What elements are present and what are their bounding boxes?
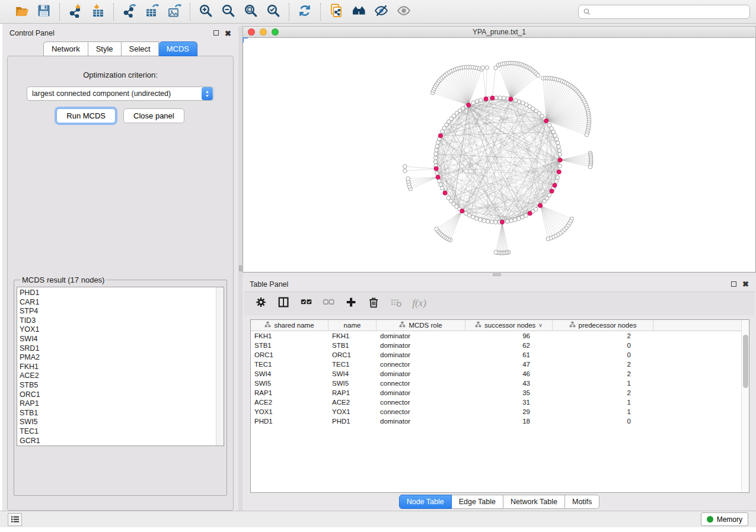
network-node[interactable] [558, 152, 562, 156]
cell-predecessor-nodes[interactable]: 2 [553, 361, 653, 368]
cell-MCDS-role[interactable]: dominator [377, 351, 465, 358]
cell-successor-nodes[interactable]: 47 [465, 361, 553, 368]
export-image-button[interactable] [164, 3, 184, 21]
mcds-result-item[interactable]: ORC1 [20, 390, 216, 400]
tab-select[interactable]: Select [122, 41, 159, 56]
search-input[interactable] [594, 8, 745, 16]
cell-shared-name[interactable]: SWI4 [251, 370, 328, 377]
mcds-result-item[interactable]: GCR1 [20, 437, 216, 446]
mcds-result-item[interactable]: ACE2 [20, 371, 216, 381]
delete-column-button[interactable] [365, 294, 384, 313]
cell-shared-name[interactable]: ORC1 [251, 351, 328, 358]
mcds-result-item[interactable]: SRD1 [20, 344, 216, 354]
hide-selected-button[interactable] [371, 3, 391, 21]
network-node[interactable] [433, 160, 438, 164]
tab-network-table[interactable]: Network Table [503, 495, 565, 509]
cell-name[interactable]: PHD1 [328, 418, 377, 425]
cell-successor-nodes[interactable]: 35 [465, 389, 553, 396]
show-all-button[interactable] [394, 3, 414, 21]
network-node[interactable] [482, 219, 486, 223]
close-panel-icon[interactable]: ✖ [742, 280, 749, 288]
cell-name[interactable]: RAP1 [328, 389, 377, 396]
mcds-result-item[interactable]: STB1 [20, 409, 216, 418]
cell-shared-name[interactable]: FKH1 [251, 332, 328, 339]
mcds-hub-node[interactable] [436, 175, 440, 179]
column-header-predecessor-nodes[interactable]: predecessor nodes [553, 320, 653, 331]
cell-MCDS-role[interactable]: connector [377, 399, 465, 406]
cell-MCDS-role[interactable]: dominator [377, 342, 465, 349]
network-node[interactable] [434, 152, 438, 156]
table-row[interactable]: SWI5SWI5connector431 [251, 379, 741, 388]
cell-MCDS-role[interactable]: connector [377, 408, 465, 415]
network-node[interactable] [433, 156, 438, 160]
network-node[interactable] [439, 182, 443, 187]
cell-shared-name[interactable]: TEC1 [251, 361, 328, 368]
network-node[interactable] [557, 149, 562, 153]
cell-MCDS-role[interactable]: dominator [377, 389, 465, 396]
mcds-hub-node[interactable] [538, 203, 543, 207]
table-row[interactable]: RAP1RAP1dominator352 [251, 388, 741, 398]
cell-MCDS-role[interactable]: connector [377, 361, 465, 368]
memory-button[interactable]: Memory [701, 512, 748, 526]
network-node[interactable] [471, 215, 475, 219]
mcds-result-list[interactable]: PHD1CAR1STP4TID3YOX1SWI4SRD1PMA2FKH1ACE2… [17, 287, 224, 446]
cell-predecessor-nodes[interactable]: 1 [553, 380, 653, 387]
mcds-hub-node[interactable] [544, 118, 548, 123]
network-node[interactable] [513, 218, 517, 222]
network-node[interactable] [517, 100, 521, 104]
select-all-button[interactable] [297, 294, 316, 313]
cell-name[interactable]: TEC1 [328, 361, 377, 368]
network-node[interactable] [521, 215, 525, 219]
mcds-result-item[interactable]: PMA2 [20, 353, 216, 363]
close-panel-button[interactable]: Close panel [123, 108, 184, 123]
network-node[interactable] [588, 165, 592, 169]
horizontal-splitter[interactable] [243, 273, 756, 277]
mcds-hub-node[interactable] [557, 170, 561, 174]
first-neighbors-button[interactable] [349, 3, 369, 21]
network-node[interactable] [435, 171, 439, 175]
save-session-button[interactable] [34, 3, 54, 21]
close-panel-icon[interactable]: ✖ [225, 30, 231, 37]
cell-predecessor-nodes[interactable]: 0 [553, 351, 653, 358]
column-header-MCDS-role[interactable]: MCDS role [377, 320, 465, 331]
cell-successor-nodes[interactable]: 62 [465, 342, 553, 349]
network-node[interactable] [551, 130, 556, 134]
network-node[interactable] [436, 140, 441, 145]
network-node[interactable] [446, 196, 451, 200]
network-node[interactable] [585, 133, 589, 137]
network-node[interactable] [474, 216, 479, 220]
cell-predecessor-nodes[interactable]: 1 [553, 408, 653, 415]
network-node[interactable] [403, 165, 407, 169]
cell-name[interactable]: YOX1 [328, 408, 377, 415]
cell-name[interactable]: SWI5 [328, 380, 377, 387]
cell-MCDS-role[interactable]: dominator [377, 332, 465, 339]
network-node[interactable] [553, 133, 557, 137]
cell-shared-name[interactable]: YOX1 [251, 408, 328, 415]
mcds-hub-node[interactable] [484, 97, 488, 101]
network-canvas[interactable] [243, 38, 756, 273]
show-columns-button[interactable] [275, 294, 294, 313]
cell-successor-nodes[interactable]: 29 [465, 408, 553, 415]
network-node[interactable] [494, 251, 498, 255]
vertical-splitter[interactable] [238, 26, 243, 511]
table-row[interactable]: ORC1ORC1dominator610 [251, 350, 741, 360]
table-row[interactable]: TEC1TEC1connector472 [251, 360, 741, 369]
tab-edge-table[interactable]: Edge Table [452, 495, 503, 509]
network-node[interactable] [556, 141, 560, 145]
network-node[interactable] [543, 200, 547, 204]
table-row[interactable]: FKH1FKH1dominator962 [251, 331, 741, 341]
mcds-result-item[interactable]: TEC1 [20, 427, 216, 437]
add-column-button[interactable] [342, 294, 361, 313]
network-node[interactable] [406, 177, 410, 181]
zoom-in-button[interactable] [196, 3, 216, 21]
mcds-result-item[interactable]: YOX1 [20, 325, 216, 335]
cell-name[interactable]: SWI4 [328, 370, 377, 377]
search-box[interactable] [578, 5, 750, 19]
open-file-button[interactable] [11, 3, 31, 21]
cell-predecessor-nodes[interactable]: 2 [553, 332, 653, 339]
mcds-hub-node[interactable] [434, 166, 438, 171]
network-node[interactable] [502, 96, 506, 100]
cell-name[interactable]: ORC1 [328, 351, 377, 358]
network-node[interactable] [486, 219, 490, 223]
network-graph[interactable] [243, 38, 755, 272]
